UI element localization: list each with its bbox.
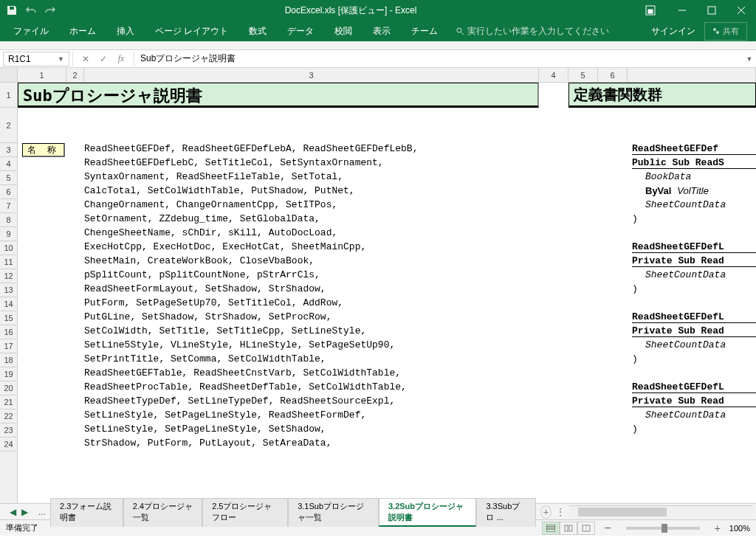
definition-line[interactable]: ) <box>632 213 638 224</box>
col-header[interactable]: 4 <box>539 68 568 82</box>
row-header[interactable]: 6 <box>0 185 17 199</box>
code-line[interactable]: ReadSheetGEFTable, ReadSheetCnstVarb, Se… <box>84 367 401 378</box>
enter-icon[interactable]: ✓ <box>95 52 111 66</box>
tab-overflow[interactable]: ... <box>34 507 50 517</box>
tab-review[interactable]: 校閲 <box>324 21 362 41</box>
close-button[interactable] <box>726 0 756 21</box>
share-button[interactable]: 共有 <box>704 22 747 41</box>
zoom-in-button[interactable]: + <box>712 522 724 534</box>
code-line[interactable]: PutForm, SetPageSetUp70, SetTitleCol, Ad… <box>84 297 343 308</box>
code-line[interactable]: SetColWidth, SetTitle, SetTitleCpp, SetL… <box>84 325 366 336</box>
col-header[interactable]: 1 <box>18 68 66 82</box>
scrollbar-thumb[interactable] <box>578 508 667 516</box>
row-header[interactable]: 21 <box>0 395 17 409</box>
sheet-area[interactable]: 1 2 3 4 5 6 Subプロシージャ説明書 定義書関数群 名 称 Read… <box>18 68 756 503</box>
row-header[interactable]: 9 <box>0 227 17 241</box>
code-line[interactable]: StrShadow, PutForm, PutLayout, SetAreaDa… <box>84 437 331 449</box>
code-line[interactable]: ChengeSheetName, sChDir, sKill, AutoDocL… <box>84 227 337 238</box>
definition-line[interactable]: ReadSheetGEFDef <box>632 143 756 155</box>
zoom-thumb[interactable] <box>662 524 667 533</box>
zoom-slider[interactable] <box>626 527 700 530</box>
definition-line[interactable]: BookData <box>645 171 691 182</box>
page-layout-view-icon[interactable] <box>560 522 577 535</box>
row-header[interactable]: 11 <box>0 255 17 269</box>
row-header[interactable]: 8 <box>0 213 17 227</box>
code-line[interactable]: SetLineStyle, SetPageLineStyle, ReadShee… <box>84 409 366 421</box>
definition-line[interactable]: SheetCountData <box>645 199 726 210</box>
fx-icon[interactable]: fx <box>113 52 129 66</box>
code-line[interactable]: SyntaxOrnament, ReadSheetFileTable, SetT… <box>84 171 343 182</box>
definition-line[interactable]: ) <box>632 353 638 364</box>
definition-line[interactable]: Private Sub Read <box>632 395 756 407</box>
col-header[interactable]: 2 <box>66 68 84 82</box>
undo-icon[interactable] <box>25 4 37 16</box>
definition-line[interactable]: ReadSheetGEFDefL <box>632 241 756 253</box>
code-line[interactable]: ExecHotCpp, ExecHotDoc, ExecHotCat, Shee… <box>84 241 366 252</box>
normal-view-icon[interactable] <box>542 522 560 535</box>
tab-next-icon[interactable]: ▶ <box>19 507 30 517</box>
code-line[interactable]: SheetMain, CreateWorkBook, CloseVbaBook, <box>84 255 315 266</box>
code-line[interactable]: ReadSheetProcTable, ReadSheetDefTable, S… <box>84 381 407 392</box>
row-header[interactable]: 3 <box>0 143 17 157</box>
row-header[interactable]: 16 <box>0 325 17 339</box>
tab-view[interactable]: 表示 <box>362 21 401 41</box>
definition-line[interactable]: SheetCountData <box>645 269 726 280</box>
title-cell-1[interactable]: Subプロシージャ説明書 <box>18 83 539 108</box>
row-header[interactable]: 1 <box>0 83 17 108</box>
definition-line[interactable]: Private Sub Read <box>632 255 756 267</box>
code-line[interactable]: SetLine5Style, VLineStyle, HLineStyle, S… <box>84 339 395 350</box>
minimize-button[interactable] <box>667 0 697 21</box>
row-header[interactable]: 13 <box>0 283 17 297</box>
tab-file[interactable]: ファイル <box>3 21 59 41</box>
code-line[interactable]: CalcTotal, SetColWidthTable, PutShadow, … <box>84 185 355 196</box>
tab-data[interactable]: データ <box>277 21 324 41</box>
zoom-out-button[interactable]: − <box>601 522 614 535</box>
tab-team[interactable]: チーム <box>401 21 448 41</box>
definition-line[interactable]: SheetCountData <box>645 409 726 421</box>
label-cell[interactable]: 名 称 <box>22 143 65 157</box>
row-header[interactable]: 24 <box>0 437 17 452</box>
code-line[interactable]: ReadSheetGEFDef, ReadSheetGEFDefLebA, Re… <box>84 143 418 154</box>
formula-input[interactable]: Subプロシージャ説明書 <box>134 52 743 66</box>
expand-formula-icon[interactable]: ▼ <box>743 55 756 63</box>
new-sheet-button[interactable]: + <box>540 505 551 519</box>
row-header[interactable]: 20 <box>0 381 17 395</box>
tab-page-layout[interactable]: ページ レイアウト <box>145 21 238 41</box>
col-header[interactable]: 5 <box>568 68 598 82</box>
tab-menu-icon[interactable]: ⋮ <box>551 507 569 517</box>
definition-line[interactable]: SheetCountData <box>645 339 726 350</box>
row-header[interactable]: 17 <box>0 339 17 353</box>
row-header[interactable]: 15 <box>0 311 17 325</box>
tab-insert[interactable]: 挿入 <box>106 21 145 41</box>
code-line[interactable]: ReadSheetTypeDef, SetLineTypeDef, ReadSh… <box>84 395 395 407</box>
tab-prev-icon[interactable]: ◀ <box>7 507 18 517</box>
cancel-icon[interactable]: ✕ <box>78 52 94 66</box>
save-icon[interactable] <box>6 4 18 16</box>
row-header[interactable]: 2 <box>0 108 17 143</box>
row-header[interactable]: 7 <box>0 199 17 213</box>
row-header[interactable]: 10 <box>0 241 17 255</box>
row-header[interactable]: 23 <box>0 423 17 437</box>
definition-line[interactable]: ReadSheetGEFDefL <box>632 381 756 393</box>
definition-line[interactable]: Private Sub Read <box>632 325 756 337</box>
col-header[interactable]: 6 <box>598 68 628 82</box>
ribbon-options-icon[interactable] <box>639 0 662 21</box>
signin-link[interactable]: サインイン <box>642 25 704 38</box>
horizontal-scrollbar[interactable] <box>569 505 753 519</box>
definition-line[interactable]: ByVal VolTitle <box>645 185 709 197</box>
zoom-level[interactable]: 100% <box>729 524 750 533</box>
code-line[interactable]: SetPrintTitle, SetComma, SetColWidthTabl… <box>84 353 326 364</box>
code-line[interactable]: pSplitCount, pSplitCountNone, pStrArrCls… <box>84 269 320 280</box>
title-cell-2[interactable]: 定義書関数群 <box>568 83 756 108</box>
col-header[interactable]: 3 <box>84 68 539 82</box>
row-header[interactable]: 4 <box>0 157 17 171</box>
code-line[interactable]: PutGLine, SetShadow, StrShadow, SetProcR… <box>84 311 331 322</box>
row-header[interactable]: 5 <box>0 171 17 185</box>
row-header[interactable]: 18 <box>0 353 17 367</box>
definition-line[interactable]: ) <box>632 283 638 294</box>
code-line[interactable]: SetOrnament, ZZdebug_time, SetGlobalData… <box>84 213 320 224</box>
select-all-corner[interactable] <box>0 68 17 83</box>
row-header[interactable]: 14 <box>0 297 17 311</box>
row-header[interactable]: 19 <box>0 367 17 381</box>
name-box[interactable]: R1C1 ▼ <box>3 52 69 66</box>
